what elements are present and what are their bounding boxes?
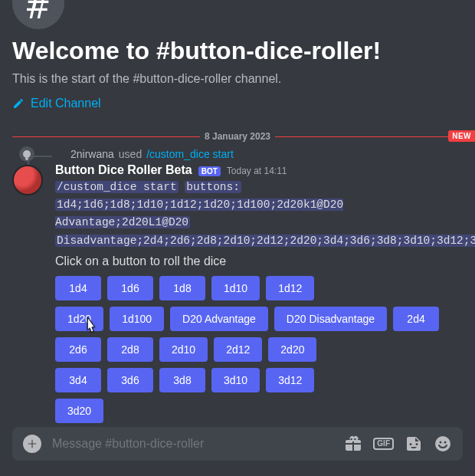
message-author[interactable]: Button Dice Roller Beta <box>55 163 192 177</box>
interaction-username[interactable]: 2nirwana <box>70 148 114 160</box>
bot-tag: BOT <box>198 166 221 176</box>
dice-button-2d8[interactable]: 2d8 <box>107 337 153 362</box>
interaction-context: 2nirwana used /custom_dice start <box>12 148 463 160</box>
emoji-icon[interactable] <box>434 435 452 453</box>
channel-hash-icon <box>12 0 64 29</box>
dice-button-2d6[interactable]: 2d6 <box>55 337 101 362</box>
interaction-verb: used <box>119 148 142 160</box>
svg-point-1 <box>440 442 442 444</box>
dice-button-1d8[interactable]: 1d8 <box>159 276 205 300</box>
welcome-title: Welcome to #button-dice-roller! <box>12 35 463 66</box>
gif-button[interactable]: GIF <box>373 438 394 450</box>
dice-button-d20-disadvantage[interactable]: D20 Disadvantage <box>274 307 387 331</box>
attach-button[interactable] <box>23 435 41 453</box>
divider-date: 8 January 2023 <box>200 131 275 142</box>
dice-button-2d20[interactable]: 2d20 <box>268 337 316 362</box>
roll-instruction: Click on a button to roll the dice <box>55 254 463 268</box>
bot-avatar[interactable] <box>12 165 43 195</box>
message-input-bar: GIF <box>12 427 463 461</box>
dice-button-2d4[interactable]: 2d4 <box>393 307 439 331</box>
edit-channel-button[interactable]: Edit Channel <box>12 97 101 110</box>
welcome-subtitle: This is the start of the #button-dice-ro… <box>12 72 463 86</box>
dice-button-3d4[interactable]: 3d4 <box>55 368 101 392</box>
dice-button-1d4[interactable]: 1d4 <box>55 276 101 300</box>
sticker-icon[interactable] <box>405 435 423 453</box>
interaction-command[interactable]: /custom_dice start <box>146 148 234 160</box>
dice-button-1d12[interactable]: 1d12 <box>266 276 314 300</box>
dice-button-3d8[interactable]: 3d8 <box>159 368 205 392</box>
plus-icon <box>27 438 38 449</box>
dice-button-3d20[interactable]: 3d20 <box>55 399 103 423</box>
dice-button-3d6[interactable]: 3d6 <box>107 368 153 392</box>
svg-point-2 <box>444 442 447 444</box>
message-input[interactable] <box>52 437 333 451</box>
dice-button-d20-advantage[interactable]: D20 Advantage <box>170 307 268 331</box>
dice-button-2d10[interactable]: 2d10 <box>159 337 208 362</box>
svg-point-0 <box>435 436 450 451</box>
echo-key: buttons: <box>185 181 241 193</box>
date-divider: 8 January 2023 NEW <box>12 136 463 137</box>
echo-command: /custom_dice start <box>55 181 179 193</box>
dice-button-1d6[interactable]: 1d6 <box>107 276 153 300</box>
dice-button-1d100[interactable]: 1d100 <box>110 307 164 331</box>
gift-icon[interactable] <box>344 435 362 453</box>
dice-button-3d12[interactable]: 3d12 <box>266 368 314 392</box>
dice-button-2d12[interactable]: 2d12 <box>214 337 262 362</box>
echo-value-line1: 1d4;1d6;1d8;1d10;1d12;1d20;1d100;2d20k1@… <box>55 199 343 228</box>
pencil-icon <box>12 97 25 110</box>
dice-button-3d10[interactable]: 3d10 <box>211 368 260 392</box>
edit-channel-label: Edit Channel <box>31 97 101 110</box>
interaction-user-avatar <box>19 146 34 162</box>
dice-button-1d10[interactable]: 1d10 <box>211 276 260 300</box>
dice-button-1d20[interactable]: 1d20 <box>55 307 103 331</box>
dice-button-grid: 1d41d61d81d101d121d201d100D20 AdvantageD… <box>55 276 463 423</box>
echo-value-line2: Disadvantage;2d4;2d6;2d8;2d10;2d12;2d20;… <box>55 235 475 247</box>
command-echo: /custom_dice start buttons: 1d4;1d6;1d8;… <box>55 179 463 250</box>
new-messages-pill[interactable]: NEW <box>448 130 475 142</box>
message-timestamp: Today at 14:11 <box>227 166 287 176</box>
